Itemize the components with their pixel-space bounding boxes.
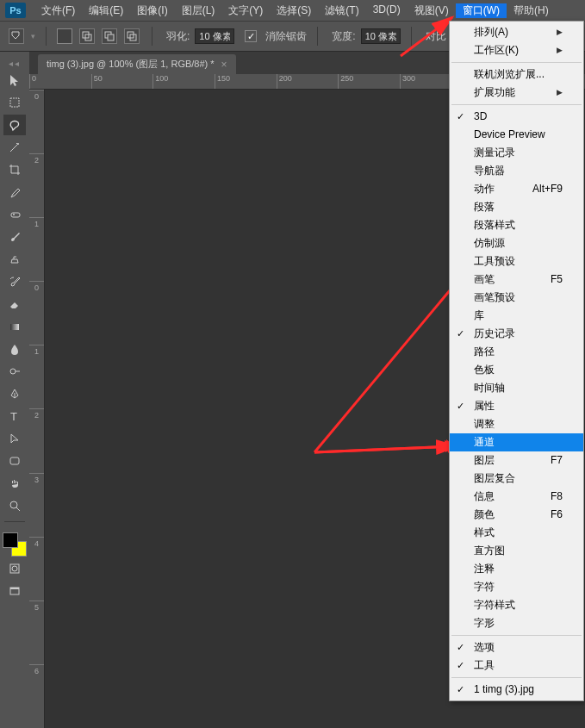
quick-mask-icon[interactable]	[3, 558, 26, 579]
screen-mode-icon[interactable]	[3, 581, 26, 601]
menu-item-段落样式[interactable]: 段落样式	[450, 216, 583, 234]
menu-item-工作区(K)[interactable]: 工作区(K)▶	[450, 41, 583, 59]
menu-item-直方图[interactable]: 直方图	[450, 542, 583, 560]
blur-tool-icon[interactable]	[3, 339, 26, 359]
menubar: Ps 文件(F)编辑(E)图像(I)图层(L)文字(Y)选择(S)滤镜(T)3D…	[0, 0, 585, 21]
subtract-selection-icon[interactable]	[102, 28, 117, 44]
brush-tool-icon[interactable]	[3, 227, 26, 247]
menu-item-动作[interactable]: 动作Alt+F9	[450, 180, 583, 198]
healing-brush-tool-icon[interactable]	[3, 204, 26, 225]
menu-item-历史记录[interactable]: ✓历史记录	[450, 325, 583, 343]
tool-preset-icon[interactable]	[9, 28, 24, 44]
menu-item-色板[interactable]: 色板	[450, 361, 583, 379]
svg-rect-3	[108, 34, 114, 40]
lasso-tool-icon[interactable]	[3, 115, 26, 135]
menu-item-1 timg (3).jpg[interactable]: ✓1 timg (3).jpg	[450, 681, 583, 699]
antialias-label: 消除锯齿	[265, 29, 307, 44]
menu-视图(V)[interactable]: 视图(V)	[408, 3, 456, 18]
menu-item-扩展功能[interactable]: 扩展功能▶	[450, 84, 583, 102]
menu-item-调整[interactable]: 调整	[450, 415, 583, 433]
svg-rect-6	[10, 98, 19, 107]
eraser-tool-icon[interactable]	[3, 294, 26, 314]
close-icon[interactable]: ×	[221, 59, 227, 71]
svg-point-13	[10, 501, 17, 508]
menu-item-测量记录[interactable]: 测量记录	[450, 144, 583, 162]
dodge-tool-icon[interactable]	[3, 361, 26, 382]
menu-item-工具[interactable]: ✓工具	[450, 656, 583, 675]
shape-tool-icon[interactable]	[3, 451, 26, 471]
menu-窗口(W)[interactable]: 窗口(W)	[456, 3, 507, 18]
menu-item-选项[interactable]: ✓选项	[450, 638, 583, 656]
menu-item-字符样式[interactable]: 字符样式	[450, 596, 583, 614]
svg-rect-9	[10, 324, 19, 330]
menu-item-工具预设[interactable]: 工具预设	[450, 252, 583, 271]
menu-item-联机浏览扩展...[interactable]: 联机浏览扩展...	[450, 65, 583, 84]
intersect-selection-icon[interactable]	[124, 28, 140, 44]
menu-item-样式[interactable]: 样式	[450, 524, 583, 542]
color-swatches[interactable]	[3, 532, 27, 557]
document-tab-title: timg (3).jpg @ 100% (图层 1, RGB/8#) *	[47, 58, 215, 71]
menu-item-3D[interactable]: ✓3D	[450, 108, 583, 126]
menu-item-通道[interactable]: 通道	[450, 433, 583, 451]
menu-item-段落[interactable]: 段落	[450, 198, 583, 216]
menu-3D(D)[interactable]: 3D(D)	[366, 3, 408, 18]
menu-编辑(E)[interactable]: 编辑(E)	[82, 3, 130, 18]
svg-rect-12	[10, 457, 19, 464]
menu-item-路径[interactable]: 路径	[450, 343, 583, 361]
menu-item-时间轴[interactable]: 时间轴	[450, 379, 583, 397]
svg-rect-8	[11, 213, 20, 217]
menu-item-属性[interactable]: ✓属性	[450, 397, 583, 415]
foreground-color-swatch[interactable]	[3, 532, 18, 548]
menu-图层(L)[interactable]: 图层(L)	[175, 3, 222, 18]
svg-point-15	[12, 566, 17, 571]
window-menu-dropdown: 排列(A)▶工作区(K)▶联机浏览扩展...扩展功能▶✓3DDevice Pre…	[449, 21, 584, 701]
menu-item-信息[interactable]: 信息F8	[450, 488, 583, 506]
menu-图像(I)[interactable]: 图像(I)	[130, 3, 174, 18]
zoom-tool-icon[interactable]	[3, 495, 26, 516]
feather-input[interactable]	[195, 28, 234, 44]
crop-tool-icon[interactable]	[3, 159, 26, 180]
menu-item-排列(A)[interactable]: 排列(A)▶	[450, 23, 583, 41]
type-tool-icon[interactable]: T	[3, 406, 26, 426]
toolbar-grip-icon[interactable]: ◂◂	[7, 59, 22, 68]
toolbar: ◂◂ T	[0, 52, 29, 728]
menu-item-画笔预设[interactable]: 画笔预设	[450, 289, 583, 307]
menu-item-库[interactable]: 库	[450, 307, 583, 325]
marquee-tool-icon[interactable]	[3, 92, 26, 113]
gradient-tool-icon[interactable]	[3, 316, 26, 337]
eyedropper-tool-icon[interactable]	[3, 182, 26, 202]
menu-文件(F)[interactable]: 文件(F)	[34, 3, 82, 18]
menu-item-Device Preview[interactable]: Device Preview	[450, 126, 583, 144]
new-selection-icon[interactable]	[57, 28, 72, 44]
width-label: 宽度:	[332, 29, 355, 44]
menu-帮助(H)[interactable]: 帮助(H)	[507, 3, 556, 18]
hand-tool-icon[interactable]	[3, 473, 26, 494]
document-tab[interactable]: timg (3).jpg @ 100% (图层 1, RGB/8#) * ×	[38, 54, 236, 74]
menu-item-注释[interactable]: 注释	[450, 560, 583, 578]
menu-item-颜色[interactable]: 颜色F6	[450, 506, 583, 524]
menu-滤镜(T)[interactable]: 滤镜(T)	[318, 3, 365, 18]
magic-wand-tool-icon[interactable]	[3, 137, 26, 158]
ps-logo: Ps	[5, 3, 26, 18]
menu-item-导航器[interactable]: 导航器	[450, 162, 583, 180]
menu-item-字形[interactable]: 字形	[450, 614, 583, 632]
path-selection-tool-icon[interactable]	[3, 428, 26, 449]
vertical-ruler: 0210123456	[29, 90, 45, 728]
menu-item-仿制源[interactable]: 仿制源	[450, 234, 583, 252]
width-input[interactable]	[361, 28, 401, 44]
pen-tool-icon[interactable]	[3, 383, 26, 404]
history-brush-tool-icon[interactable]	[3, 271, 26, 292]
antialias-checkbox[interactable]: ✓	[245, 30, 257, 42]
svg-point-7	[17, 143, 19, 145]
menu-item-字符[interactable]: 字符	[450, 578, 583, 596]
menu-item-图层[interactable]: 图层F7	[450, 451, 583, 470]
clone-stamp-tool-icon[interactable]	[3, 249, 26, 270]
menu-选择(S)[interactable]: 选择(S)	[270, 3, 318, 18]
menu-item-图层复合[interactable]: 图层复合	[450, 470, 583, 488]
contrast-label: 对比	[426, 29, 446, 44]
move-tool-icon[interactable]	[3, 70, 26, 90]
add-selection-icon[interactable]	[79, 28, 95, 44]
menu-item-画笔[interactable]: 画笔F5	[450, 271, 583, 289]
svg-rect-17	[10, 588, 19, 589]
menu-文字(Y)[interactable]: 文字(Y)	[221, 3, 270, 18]
